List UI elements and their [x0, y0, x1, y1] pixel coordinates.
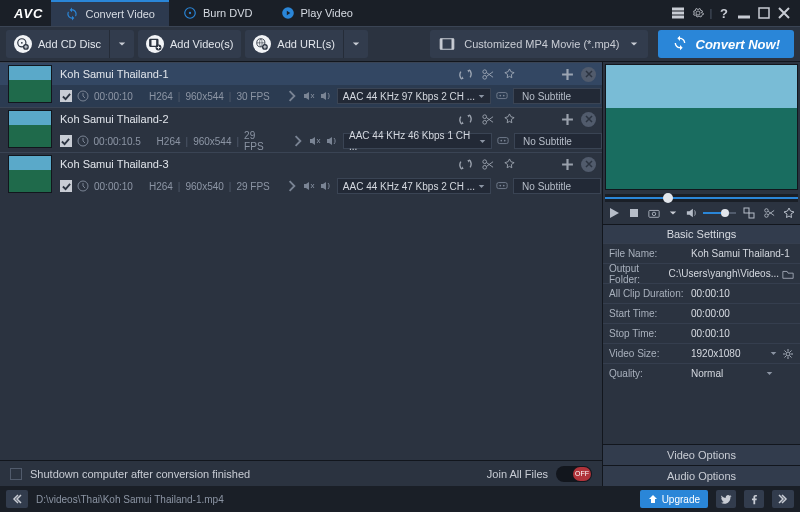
menu-icon[interactable]: [668, 3, 688, 23]
subtitle-icon[interactable]: [496, 180, 508, 192]
svg-rect-39: [649, 210, 659, 217]
close-icon[interactable]: [774, 3, 794, 23]
video-options-button[interactable]: Video Options: [603, 444, 800, 465]
popout-icon[interactable]: [742, 206, 756, 220]
volume-icon[interactable]: [685, 206, 699, 220]
reload-icon[interactable]: [457, 111, 473, 127]
speaker-icon[interactable]: [326, 135, 338, 147]
item-checkbox[interactable]: [60, 90, 72, 102]
stop-icon[interactable]: [627, 206, 641, 220]
chevron-right-icon[interactable]: [292, 135, 304, 147]
disc-icon: [183, 6, 197, 20]
video-size-select[interactable]: 1920x1080: [691, 348, 794, 360]
twitter-icon[interactable]: [716, 490, 736, 508]
mute-icon[interactable]: [309, 135, 321, 147]
quality-select[interactable]: Normal: [691, 368, 794, 379]
audio-track-select[interactable]: AAC 44 KHz 47 Kbps 2 CH ...: [337, 178, 491, 194]
remove-icon[interactable]: [581, 157, 596, 172]
svg-rect-19: [452, 39, 454, 50]
tab-convert-video[interactable]: Convert Video: [51, 0, 169, 26]
preview-area[interactable]: [605, 64, 798, 190]
svg-rect-41: [744, 208, 749, 213]
subtitle-select[interactable]: No Subtitle: [513, 178, 601, 194]
tab-burn-dvd[interactable]: Burn DVD: [169, 0, 267, 26]
reload-icon[interactable]: [457, 156, 473, 172]
gear-icon[interactable]: [688, 3, 708, 23]
output-profile-select[interactable]: Customized MP4 Movie (*.mp4): [430, 30, 647, 58]
effects-icon[interactable]: [501, 156, 517, 172]
chevron-right-icon[interactable]: [286, 90, 298, 102]
folder-browse-icon[interactable]: [782, 268, 794, 280]
speaker-icon[interactable]: [320, 180, 332, 192]
chevron-down-icon: [350, 40, 362, 48]
scissors-icon[interactable]: [479, 66, 495, 82]
list-item[interactable]: Koh Samui Thailand-2 00:00:10.5 H264 | 9…: [0, 107, 602, 152]
add-cd-disc-button[interactable]: Add CD Disc: [6, 30, 109, 58]
chevron-down-icon[interactable]: [667, 209, 679, 217]
speaker-icon[interactable]: [320, 90, 332, 102]
volume-slider[interactable]: [703, 212, 736, 214]
add-videos-button[interactable]: Add Video(s): [138, 30, 241, 58]
help-icon[interactable]: ?: [714, 3, 734, 23]
prev-button[interactable]: [6, 490, 28, 508]
list-item[interactable]: Koh Samui Thailand-1 00:00:10 H264 | 960…: [0, 62, 602, 107]
chevron-right-icon[interactable]: [286, 180, 298, 192]
preview-progress[interactable]: [605, 194, 798, 202]
fps: 29 FPS: [236, 181, 269, 192]
status-bar: D:\videos\Thai\Koh Samui Thailand-1.mp4 …: [0, 486, 800, 512]
add-icon[interactable]: [559, 111, 575, 127]
add-icon[interactable]: [559, 66, 575, 82]
shutdown-checkbox[interactable]: [10, 468, 22, 480]
start-time-field[interactable]: 00:00:00: [691, 308, 794, 319]
options-icon[interactable]: [782, 206, 796, 220]
subtitle-icon[interactable]: [496, 90, 508, 102]
mute-icon[interactable]: [303, 180, 315, 192]
effects-icon[interactable]: [501, 66, 517, 82]
remove-icon[interactable]: [581, 67, 596, 82]
minimize-icon[interactable]: [734, 3, 754, 23]
output-folder-field[interactable]: C:\Users\yangh\Videos...: [669, 268, 794, 280]
list-item[interactable]: Koh Samui Thailand-3 00:00:10 H264 | 960…: [0, 152, 602, 197]
progress-thumb[interactable]: [663, 193, 673, 203]
scissors-icon[interactable]: [479, 156, 495, 172]
next-button[interactable]: [772, 490, 794, 508]
subtitle-select[interactable]: No Subtitle: [513, 88, 601, 104]
svg-point-25: [503, 95, 505, 97]
remove-icon[interactable]: [581, 112, 596, 127]
chevron-down-icon: [628, 40, 640, 48]
add-urls-dropdown[interactable]: [343, 30, 368, 58]
stop-time-field[interactable]: 00:00:10: [691, 328, 794, 339]
facebook-icon[interactable]: [744, 490, 764, 508]
upgrade-button[interactable]: Upgrade: [640, 490, 708, 508]
gear-icon[interactable]: [782, 348, 794, 360]
maximize-icon[interactable]: [754, 3, 774, 23]
audio-track-select[interactable]: AAC 44 KHz 97 Kbps 2 CH ...: [337, 88, 491, 104]
scissors-icon[interactable]: [479, 111, 495, 127]
item-checkbox[interactable]: [60, 180, 72, 192]
add-urls-button[interactable]: Add URL(s): [245, 30, 342, 58]
play-icon[interactable]: [607, 206, 621, 220]
add-urls-label: Add URL(s): [277, 38, 334, 50]
add-cd-dropdown[interactable]: [109, 30, 134, 58]
snapshot-icon[interactable]: [647, 206, 661, 220]
tab-label: Burn DVD: [203, 7, 253, 19]
join-all-toggle[interactable]: OFF: [556, 466, 592, 482]
svg-point-24: [500, 95, 502, 97]
item-checkbox[interactable]: [60, 135, 72, 147]
convert-now-button[interactable]: Convert Now!: [658, 30, 795, 58]
reload-icon[interactable]: [457, 66, 473, 82]
effects-icon[interactable]: [501, 111, 517, 127]
add-icon[interactable]: [559, 156, 575, 172]
audio-track-select[interactable]: AAC 44 KHz 46 Kbps 1 CH ...: [343, 133, 492, 149]
subtitle-select[interactable]: No Subtitle: [514, 133, 602, 149]
audio-options-button[interactable]: Audio Options: [603, 465, 800, 486]
file-name-field[interactable]: Koh Samui Thailand-1: [691, 248, 794, 259]
mute-icon[interactable]: [303, 90, 315, 102]
clock-icon: [77, 90, 89, 102]
subtitle-icon[interactable]: [497, 135, 509, 147]
tab-play-video[interactable]: Play Video: [267, 0, 367, 26]
svg-rect-38: [630, 209, 638, 217]
refresh-icon: [65, 7, 79, 21]
clock-icon: [77, 135, 89, 147]
scissors-icon[interactable]: [762, 206, 776, 220]
